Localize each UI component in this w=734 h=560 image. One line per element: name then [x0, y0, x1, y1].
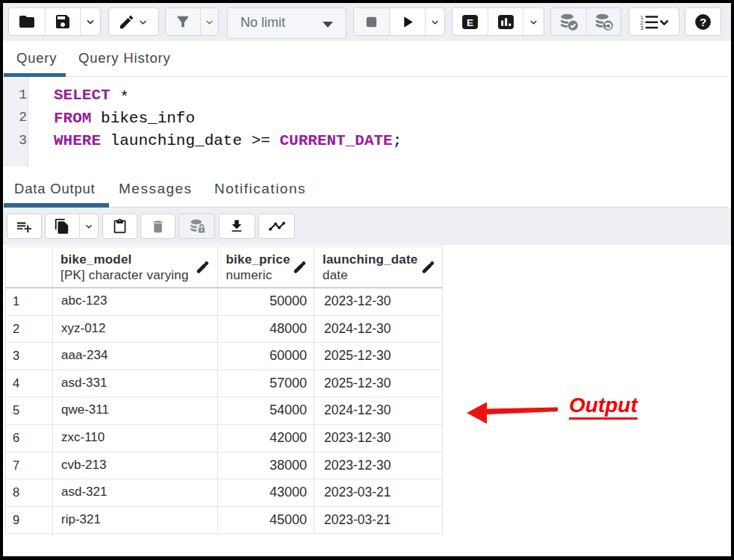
svg-text:?: ?	[700, 15, 706, 28]
svg-text:2: 2	[641, 19, 644, 25]
svg-text:E: E	[467, 16, 473, 28]
svg-text:1: 1	[641, 14, 644, 19]
svg-text:3: 3	[641, 25, 644, 31]
